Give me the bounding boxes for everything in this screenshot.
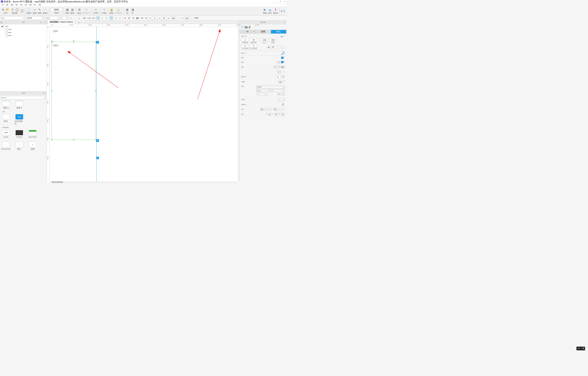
corners-button[interactable]: ⌐▾ (123, 16, 127, 20)
menu-layout[interactable]: 布局 (19, 4, 23, 6)
zoom-input[interactable] (51, 8, 62, 11)
fill-color-swatch[interactable] (281, 57, 284, 59)
page-tree-root[interactable]: ◢ index (0, 25, 47, 28)
inspector-x-input[interactable] (241, 38, 249, 41)
underline-button[interactable]: U (78, 16, 81, 20)
line-height-select[interactable]: --▾ (278, 98, 285, 101)
font-select[interactable]: 微软雅黑▾ (26, 16, 43, 20)
widget-item[interactable]: ←→NAVIGATE (1, 142, 11, 150)
valign-middle-button[interactable]: ⊣ (114, 16, 118, 20)
guide-line[interactable] (96, 27, 97, 183)
preview-icon[interactable]: ▶ (263, 8, 267, 11)
selection-box[interactable]: ▽ (52, 42, 96, 140)
page-tree-item[interactable]: page3 (0, 34, 47, 37)
inspector-rotation-input[interactable] (241, 44, 249, 48)
menu-view[interactable]: 视图 (10, 4, 14, 6)
pad-top-input[interactable] (274, 113, 278, 116)
tab-notes[interactable]: 说明 (255, 30, 271, 33)
update-style-link[interactable]: 更新 (282, 52, 285, 53)
inspector-new-icon[interactable]: 🗎 (284, 22, 286, 23)
expand-icon[interactable]: ◢ (1, 25, 2, 27)
text-valign-bottom[interactable]: ⊥ (281, 108, 285, 111)
ungroup-icon[interactable]: ⊟ (85, 8, 88, 11)
note-badge[interactable]: 4 (96, 157, 99, 159)
flip-h-button[interactable]: ⇄ (128, 16, 131, 20)
bullet-button[interactable]: ≣ (281, 104, 285, 106)
italic-button[interactable]: I (74, 16, 77, 20)
menu-team[interactable]: 团队 (29, 4, 32, 6)
pen-tool-icon[interactable]: ✎ (38, 8, 41, 11)
page-tree-item[interactable]: page2 (0, 31, 47, 34)
note-badge[interactable]: 2 (96, 41, 99, 44)
select-tool-label[interactable]: 选择▾ (26, 12, 31, 14)
border-width-button[interactable]: ≡▾ (273, 66, 277, 69)
page-tree-item[interactable]: page1 (0, 28, 47, 31)
element-name-input[interactable] (245, 25, 285, 29)
window-close-button[interactable]: ✕ (285, 1, 286, 2)
arrow-button[interactable]: ↗▾ (140, 16, 143, 20)
library-section-header[interactable]: ⌄标注 (0, 110, 47, 113)
inspector-bold-button[interactable]: B (256, 93, 260, 95)
tab-style[interactable]: 样式 (271, 30, 286, 33)
pad-right-input[interactable] (280, 113, 285, 116)
search-page-icon[interactable]: 🔍 (44, 22, 46, 23)
align-right-button[interactable]: ≡ (105, 16, 108, 20)
inspector-size-select[interactable]: 12▾ (271, 89, 285, 92)
note-badge[interactable]: 3 (96, 139, 99, 142)
collapse-left-icon[interactable]: ▸| (1, 21, 2, 23)
add-folder-icon[interactable]: 📁 (42, 22, 44, 23)
paste-icon[interactable]: 📋 (15, 8, 19, 11)
align-left-button[interactable]: ≡ (96, 16, 100, 20)
menu-account[interactable]: 帐户 (33, 4, 37, 6)
text-align-right[interactable]: ≡ (268, 108, 272, 111)
align-center-button[interactable]: ≡ (101, 16, 104, 20)
menu-project[interactable]: 项目 (15, 4, 19, 6)
library-section-header[interactable]: ⌄微信UI规范 (0, 126, 47, 129)
inspector-italic-button[interactable]: I (260, 93, 264, 95)
canvas-scrollbar-horizontal[interactable] (50, 181, 237, 183)
inspector-font-color-button[interactable]: A▾ (277, 93, 281, 95)
inspector-h-input[interactable] (269, 38, 277, 41)
inspector-moretype-button[interactable]: A▾ (281, 93, 285, 95)
window-minimize-button[interactable]: — (275, 1, 276, 2)
library-menu-icon[interactable]: ☰ (43, 93, 44, 94)
distribute-icon[interactable]: ⫴ (102, 8, 106, 11)
connect-tool-icon[interactable]: ⇢ (32, 8, 36, 11)
canvas-tab-active[interactable]: (动态面板) / State1 (index) (48, 20, 75, 24)
widget-item[interactable]: ●●●●●ICON (1, 130, 11, 138)
inspector-underline-button[interactable]: U (265, 93, 268, 95)
flip-v-icon[interactable]: ⇅ (271, 46, 275, 49)
window-maximize-button[interactable]: ❐ (280, 1, 281, 2)
copy-icon[interactable]: ⎘ (11, 8, 14, 11)
font-size-select[interactable]: 12▾ (60, 16, 68, 20)
menu-file[interactable]: 文件 (1, 4, 5, 6)
publish-icon[interactable]: ⬇ (274, 8, 277, 11)
bold-button[interactable]: B (69, 16, 73, 20)
fit-w-icon[interactable]: ↔ (277, 46, 281, 49)
undo-button[interactable]: ↶ 撤销 (20, 9, 23, 11)
fit-h-icon[interactable]: ↕ (281, 46, 285, 49)
create-style-link[interactable]: 创建 (281, 53, 283, 54)
flip-v-button[interactable]: ⇅ (131, 16, 135, 20)
text-valign-middle[interactable]: ⊣ (277, 108, 281, 111)
more-tool-icon[interactable]: ⋯ (43, 8, 47, 11)
lock-icon[interactable]: 🔒 (110, 8, 113, 11)
send-back-icon[interactable]: ▨ (70, 8, 74, 11)
inspector-text-rotation-input[interactable] (250, 44, 257, 48)
open-file-icon[interactable]: 📂 (6, 8, 10, 11)
library-search-icon[interactable]: 🔍 (44, 93, 46, 94)
border-color-button[interactable]: ▭▾ (91, 16, 95, 20)
share-icon[interactable]: ☁ (268, 8, 272, 11)
menu-publish[interactable]: 发布 (24, 4, 28, 6)
add-page-icon[interactable]: 🗎 (40, 22, 42, 23)
shadow-color-swatch[interactable] (281, 61, 284, 63)
radius-input[interactable] (275, 75, 281, 78)
widget-item[interactable]: BUTTON (28, 130, 37, 138)
line-style-button[interactable]: ─▾ (144, 16, 148, 20)
font-weight-select[interactable]: Regular▾ (45, 16, 59, 20)
corner-select-button[interactable]: ◻▾ (281, 75, 285, 78)
fill-color-button[interactable]: ▢▾ (87, 16, 91, 20)
widget-item[interactable]: ___输入 (14, 142, 24, 150)
hidden-checkbox-inspector[interactable] (283, 35, 285, 37)
pad-left-input[interactable] (267, 113, 272, 116)
